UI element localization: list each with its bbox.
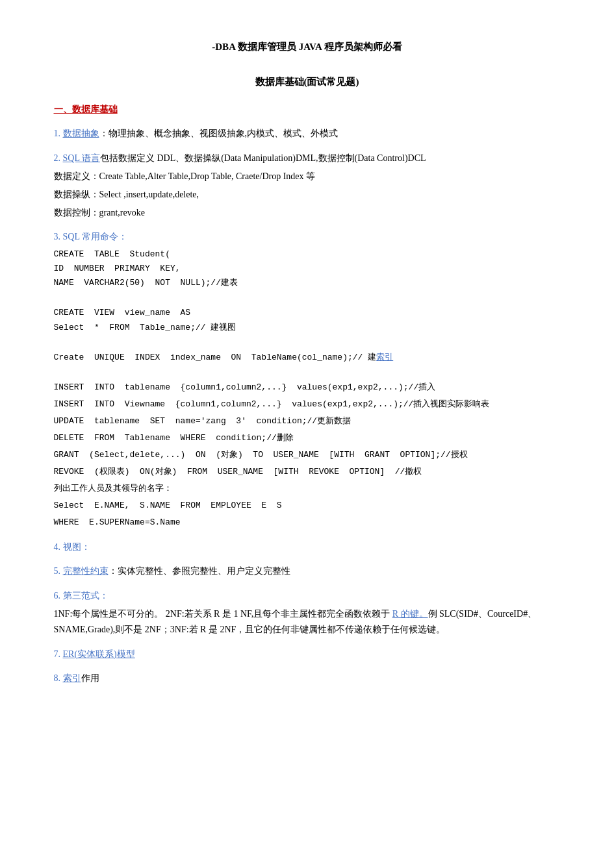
- code-select-employee: Select E.NAME, S.NAME FROM EMPLOYEE E S: [54, 499, 561, 513]
- item8-content: 8. 索引作用: [54, 671, 561, 686]
- item4-label: 视图：: [63, 542, 90, 552]
- item1-label[interactable]: 数据抽象: [63, 129, 99, 138]
- page-header: -DBA 数据库管理员 JAVA 程序员架构师必看: [54, 26, 561, 55]
- item5-number: 5.: [54, 566, 63, 576]
- item2-line3: 数据操纵：Select ,insert,update,delete,: [54, 187, 561, 203]
- page-container: -DBA 数据库管理员 JAVA 程序员架构师必看 数据库基础(面试常见题) 一…: [15, 0, 600, 721]
- item6-r-link[interactable]: R 的键。: [392, 609, 428, 619]
- item4-number: 4.: [54, 542, 63, 552]
- item3-block: 3. SQL 常用命令： CREATE TABLE Student( ID NU…: [54, 229, 561, 530]
- item6-number: 6.: [54, 591, 63, 601]
- item5-block: 5. 完整性约束：实体完整性、参照完整性、用户定义完整性: [54, 564, 561, 579]
- header-title: -DBA 数据库管理员 JAVA 程序员架构师必看: [54, 39, 561, 55]
- item6-label: 第三范式：: [63, 591, 109, 601]
- item2-text1: 包括数据定义 DDL、数据操纵(Data Manipulation)DML,数据…: [100, 153, 426, 163]
- item7-content: 7. ER(实体联系)模型: [54, 647, 561, 662]
- code-update: UPDATE tablename SET name='zang 3' condi…: [54, 414, 561, 428]
- item4-block: 4. 视图：: [54, 539, 561, 555]
- code-list-comment: 列出工作人员及其领导的名字：: [54, 482, 561, 496]
- item8-text: 作用: [81, 673, 99, 683]
- item7-number: 7.: [54, 649, 63, 659]
- item8-label-link[interactable]: 索引: [63, 673, 81, 683]
- code-revoke: REVOKE (权限表) ON(对象) FROM USER_NAME [WITH…: [54, 465, 561, 479]
- item6-heading: 6. 第三范式：: [54, 588, 561, 604]
- item2-block: 2. SQL 语言包括数据定义 DDL、数据操纵(Data Manipulati…: [54, 151, 561, 220]
- section1-heading-text: 一、数据库基础: [54, 105, 118, 114]
- code-insert2: INSERT INTO Viewname {column1,column2,..…: [54, 397, 561, 412]
- item3-heading: 3. SQL 常用命令：: [54, 229, 561, 245]
- item8-number: 8.: [54, 673, 63, 683]
- item8-block: 8. 索引作用: [54, 671, 561, 686]
- item1-text: ：物理抽象、概念抽象、视图级抽象,内模式、模式、外模式: [99, 129, 339, 138]
- item2-line2: 数据定义：Create Table,Alter Table,Drop Table…: [54, 169, 561, 184]
- code-create-index: Create UNIQUE INDEX index_name ON TableN…: [54, 351, 561, 365]
- code-insert1: INSERT INTO tablename {column1,column2,.…: [54, 380, 561, 395]
- section1-heading-block: 一、数据库基础: [54, 103, 561, 117]
- code-where-employee: WHERE E.SUPERName=S.Name: [54, 515, 561, 530]
- code-grant: GRANT (Select,delete,...) ON (对象) TO USE…: [54, 448, 561, 462]
- code-create-view: CREATE VIEW view_name AS Select * FROM T…: [54, 306, 561, 334]
- item4-content: 4. 视图：: [54, 539, 561, 555]
- item2-line4: 数据控制：grant,revoke: [54, 205, 561, 221]
- main-title: 数据库基础(面试常见题): [54, 74, 561, 90]
- item7-label-link[interactable]: ER(实体联系)模型: [63, 649, 135, 659]
- item5-content: 5. 完整性约束：实体完整性、参照完整性、用户定义完整性: [54, 564, 561, 579]
- item3-label: SQL 常用命令：: [63, 232, 127, 242]
- index-link[interactable]: 索引: [376, 353, 393, 362]
- item6-text: 1NF:每个属性是不可分的。 2NF:若关系 R 是 1 NF,且每个非主属性都…: [54, 606, 561, 638]
- item2-number: 2.: [54, 153, 63, 163]
- item6-block: 6. 第三范式： 1NF:每个属性是不可分的。 2NF:若关系 R 是 1 NF…: [54, 588, 561, 637]
- section1-heading[interactable]: 一、数据库基础: [54, 103, 561, 117]
- item3-number: 3.: [54, 232, 63, 242]
- code-delete: DELETE FROM Tablename WHERE condition;//…: [54, 431, 561, 445]
- item2-line1: 2. SQL 语言包括数据定义 DDL、数据操纵(Data Manipulati…: [54, 151, 561, 166]
- item1-number: 1.: [54, 129, 63, 138]
- item7-block: 7. ER(实体联系)模型: [54, 647, 561, 662]
- item5-text: ：实体完整性、参照完整性、用户定义完整性: [109, 566, 290, 576]
- item1-block: 1. 数据抽象：物理抽象、概念抽象、视图级抽象,内模式、模式、外模式: [54, 126, 561, 142]
- item2-label[interactable]: SQL 语言: [63, 153, 100, 163]
- item5-label-link[interactable]: 完整性约束: [63, 566, 109, 576]
- item1-content: 1. 数据抽象：物理抽象、概念抽象、视图级抽象,内模式、模式、外模式: [54, 126, 561, 142]
- code-create-table: CREATE TABLE Student( ID NUMBER PRIMARY …: [54, 247, 561, 290]
